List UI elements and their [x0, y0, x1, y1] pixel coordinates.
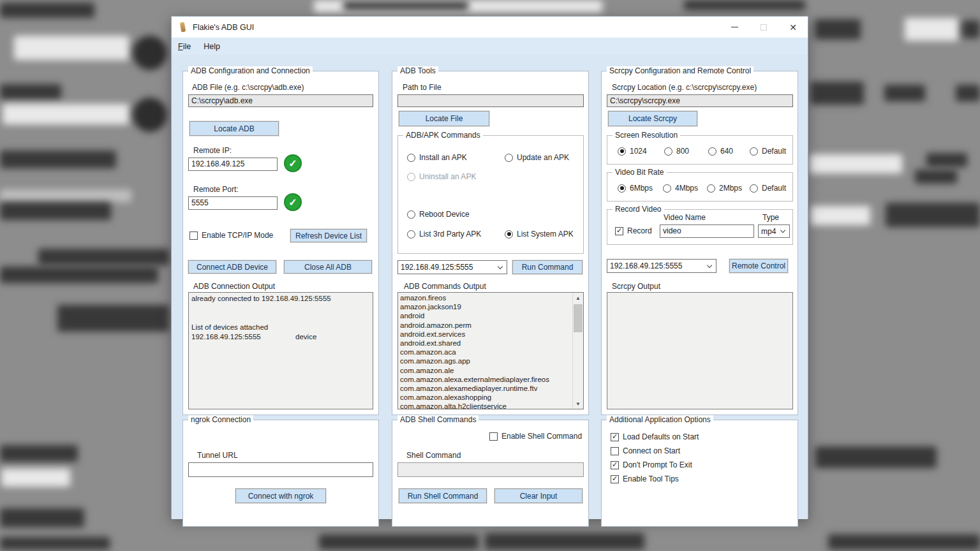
checkbox-icon: ✓	[611, 433, 619, 441]
radio-bitrate-2mbps[interactable]: 2Mbps	[707, 184, 742, 193]
blur-shape	[319, 534, 479, 550]
scroll-down-icon[interactable]: ▼	[573, 399, 583, 409]
blur-shape	[485, 533, 644, 550]
radio-install-apk[interactable]: Install an APK	[407, 153, 467, 162]
maximize-button[interactable]	[749, 17, 778, 38]
close-all-adb-button[interactable]: Close All ADB	[284, 260, 372, 274]
radio-icon	[407, 210, 415, 219]
scrcpy-location-label: Scrcpy Location (e.g. c:\scrcpy\scrcpy.e…	[612, 83, 757, 92]
radio-bitrate-6mbps[interactable]: 6Mbps	[618, 184, 653, 193]
video-type-select[interactable]: mp4	[758, 224, 790, 238]
list-item[interactable]: android.ext.shared	[400, 339, 570, 348]
blur-shape	[343, 1, 468, 10]
clear-input-button[interactable]: Clear Input	[494, 489, 583, 503]
enable-shell-command-checkbox[interactable]: ✓ Enable Shell Command	[489, 432, 582, 441]
list-item[interactable]: com.amazon.alexamediaplayer.runtime.ftv	[400, 384, 570, 393]
scrcpy-output[interactable]	[607, 292, 793, 409]
minimize-button[interactable]	[720, 17, 749, 38]
blur-shape	[0, 3, 94, 18]
refresh-device-list-button[interactable]: Refresh Device List	[290, 229, 367, 242]
list-item[interactable]: amazon.jackson19	[400, 302, 570, 311]
dont-prompt-checkbox[interactable]: ✓ Don't Prompt To Exit	[611, 460, 692, 469]
record-video-group: Record Video Video Name Type ✓ Record vi…	[607, 209, 793, 245]
locate-adb-button[interactable]: Locate ADB	[189, 121, 279, 136]
tunnel-url-input[interactable]	[188, 462, 373, 477]
list-item[interactable]: android.ext.services	[400, 330, 570, 339]
radio-resolution-800[interactable]: 800	[664, 147, 689, 156]
adb-connection-output[interactable]: already connected to 192.168.49.125:5555…	[188, 292, 373, 409]
radio-uninstall-apk[interactable]: Uninstall an APK	[407, 172, 476, 181]
scroll-up-icon[interactable]: ▲	[573, 293, 583, 303]
connect-with-ngrok-button[interactable]: Connect with ngrok	[235, 489, 326, 503]
remote-ip-valid-icon: ✓	[284, 154, 302, 172]
remote-control-button[interactable]: Remote Control	[729, 259, 788, 273]
radio-resolution-default[interactable]: Default	[750, 147, 786, 156]
enable-tcpip-checkbox[interactable]: ✓ Enable TCP/IP Mode	[189, 231, 273, 240]
radio-reboot-device[interactable]: Reboot Device	[407, 210, 470, 219]
radio-bitrate-default[interactable]: Default	[750, 184, 786, 193]
list-item[interactable]: android	[400, 311, 570, 320]
scroll-thumb[interactable]	[574, 304, 583, 332]
scrollbar[interactable]: ▲ ▼	[572, 293, 583, 409]
panel-ngrok: ngrok Connection Tunnel URL Connect with…	[182, 420, 379, 527]
enable-tool-tips-checkbox[interactable]: ✓ Enable Tool Tips	[611, 474, 679, 483]
connect-on-start-checkbox[interactable]: ✓ Connect on Start	[611, 446, 680, 455]
video-name-input[interactable]: video	[660, 224, 754, 238]
list-item[interactable]: amazon.fireos	[400, 293, 570, 302]
checkbox-icon: ✓	[611, 461, 619, 469]
radio-resolution-1024[interactable]: 1024	[618, 147, 647, 156]
shell-command-input[interactable]	[397, 462, 584, 477]
run-command-button[interactable]: Run Command	[512, 260, 583, 274]
close-button[interactable]: ✕	[778, 17, 808, 38]
radio-label: Default	[762, 147, 786, 156]
scrcpy-device-combo[interactable]: 192.168.49.125:5555	[607, 259, 716, 273]
adb-connection-output-label: ADB Connection Output	[193, 282, 275, 291]
list-item[interactable]: com.amazon.alta.h2clientservice	[400, 402, 570, 409]
panel-additional-options: Additional Application Options ✓ Load De…	[601, 420, 798, 527]
connect-adb-device-button[interactable]: Connect ADB Device	[188, 260, 276, 274]
blur-shape	[57, 305, 169, 332]
adb-commands-output-list[interactable]: amazon.fireosamazon.jackson19androidandr…	[397, 292, 584, 409]
list-item[interactable]: com.amazon.aca	[400, 348, 570, 356]
remote-ip-input[interactable]: 192.168.49.125	[188, 158, 278, 171]
radio-label: 800	[676, 147, 689, 156]
radio-icon	[663, 184, 671, 193]
list-item[interactable]: com.amazon.ags.app	[400, 356, 570, 365]
locate-file-button[interactable]: Locate File	[399, 111, 489, 126]
list-item[interactable]: com.amazon.alexa.externalmediaplayer.fir…	[400, 375, 570, 384]
list-item[interactable]: com.amazon.alexashopping	[400, 393, 570, 402]
locate-scrcpy-button[interactable]: Locate Scrcpy	[608, 111, 697, 126]
title-bar[interactable]: Flakie's ADB GUI ✕	[172, 17, 808, 38]
menu-bar: File Help	[172, 38, 808, 55]
radio-icon	[750, 147, 758, 156]
run-shell-command-button[interactable]: Run Shell Command	[399, 489, 487, 503]
load-defaults-checkbox[interactable]: ✓ Load Defaults on Start	[611, 432, 699, 441]
radio-label: Update an APK	[517, 153, 569, 162]
radio-list-3rd-party-apk[interactable]: List 3rd Party APK	[407, 230, 481, 239]
radio-resolution-640[interactable]: 640	[708, 147, 733, 156]
menu-file[interactable]: File	[172, 40, 197, 54]
checkbox-label: Record	[627, 226, 652, 235]
radio-label: Uninstall an APK	[419, 172, 476, 181]
blur-shape	[0, 84, 61, 99]
radio-update-apk[interactable]: Update an APK	[505, 153, 569, 162]
menu-help[interactable]: Help	[197, 40, 226, 54]
radio-list-system-apk[interactable]: List System APK	[505, 230, 574, 239]
path-to-file-input[interactable]	[397, 94, 584, 107]
radio-label: 640	[720, 147, 733, 156]
remote-port-input[interactable]: 5555	[188, 196, 278, 210]
adb-file-input[interactable]: C:\scrcpy\adb.exe	[188, 94, 373, 107]
combo-value: 192.168.49.125:5555	[401, 263, 496, 272]
record-checkbox[interactable]: ✓ Record	[615, 226, 652, 235]
radio-bitrate-4mbps[interactable]: 4Mbps	[663, 184, 698, 193]
blur-shape	[886, 203, 980, 227]
radio-icon	[707, 184, 715, 193]
list-item[interactable]: android.amazon.perm	[400, 321, 570, 330]
scrcpy-location-input[interactable]: C:\scrcpy\scrcpy.exe	[607, 94, 793, 107]
checkbox-icon: ✓	[611, 447, 619, 455]
list-item[interactable]: com.amazon.ale	[400, 366, 570, 375]
radio-icon	[708, 147, 716, 156]
device-select-combo[interactable]: 192.168.49.125:5555	[397, 260, 507, 274]
minimize-icon	[731, 27, 738, 27]
panel-scrcpy: Scrcpy Configuration and Remote Control …	[601, 71, 798, 415]
